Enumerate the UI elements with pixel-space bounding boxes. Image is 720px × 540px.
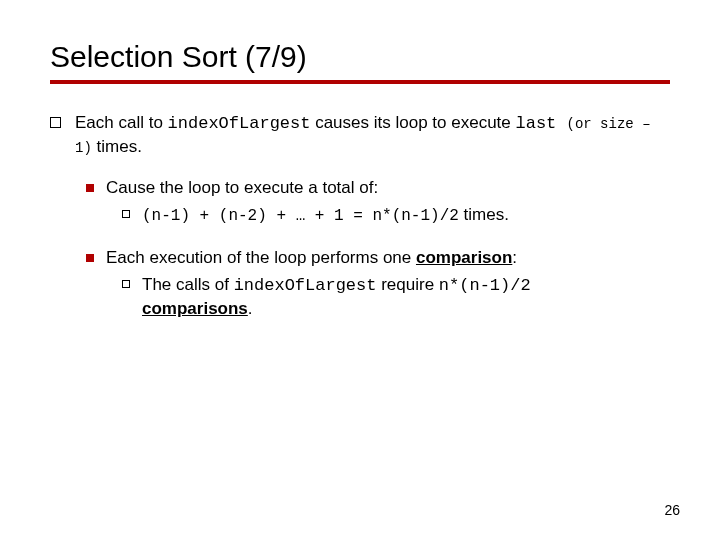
text: times. <box>92 137 142 156</box>
square-open-icon <box>122 210 130 218</box>
text: Each call to <box>75 113 168 132</box>
square-open-icon <box>122 280 130 288</box>
page-number: 26 <box>664 502 680 518</box>
bullet-level2: Each execution of the loop performs one … <box>86 247 670 270</box>
text-emphasis: comparison <box>416 248 512 267</box>
sub1-text: Cause the loop to execute a total of: <box>106 177 378 200</box>
main-point-text: Each call to indexOfLargest causes its l… <box>75 112 670 159</box>
text: times. <box>459 205 509 224</box>
slide-content: Each call to indexOfLargest causes its l… <box>50 112 670 321</box>
square-solid-icon <box>86 254 94 262</box>
code-inline: n*(n-1)/2 <box>439 276 531 295</box>
text: : <box>512 248 517 267</box>
text: The calls of <box>142 275 234 294</box>
slide: Selection Sort (7/9) Each call to indexO… <box>0 0 720 540</box>
text: . <box>248 299 253 318</box>
bullet-level2: Cause the loop to execute a total of: <box>86 177 670 200</box>
text: Each execution of the loop performs one <box>106 248 416 267</box>
code-inline: indexOfLargest <box>168 114 311 133</box>
bullet-level1: Each call to indexOfLargest causes its l… <box>50 112 670 159</box>
text: require <box>376 275 438 294</box>
text-emphasis: comparisons <box>142 299 248 318</box>
code-inline: (n-1) + (n-2) + … + 1 = n*(n-1)/2 <box>142 207 459 225</box>
code-inline: last <box>516 114 567 133</box>
code-inline: indexOfLargest <box>234 276 377 295</box>
bullet-level3: The calls of indexOfLargest require n*(n… <box>122 274 670 321</box>
text: causes its loop to execute <box>310 113 515 132</box>
sub2-text: Each execution of the loop performs one … <box>106 247 517 270</box>
title-underline <box>50 80 670 84</box>
square-solid-icon <box>86 184 94 192</box>
sub1-detail: (n-1) + (n-2) + … + 1 = n*(n-1)/2 times. <box>142 204 509 228</box>
square-open-icon <box>50 117 61 128</box>
bullet-level3: (n-1) + (n-2) + … + 1 = n*(n-1)/2 times. <box>122 204 670 228</box>
sub2-detail: The calls of indexOfLargest require n*(n… <box>142 274 531 321</box>
slide-title: Selection Sort (7/9) <box>50 40 670 74</box>
